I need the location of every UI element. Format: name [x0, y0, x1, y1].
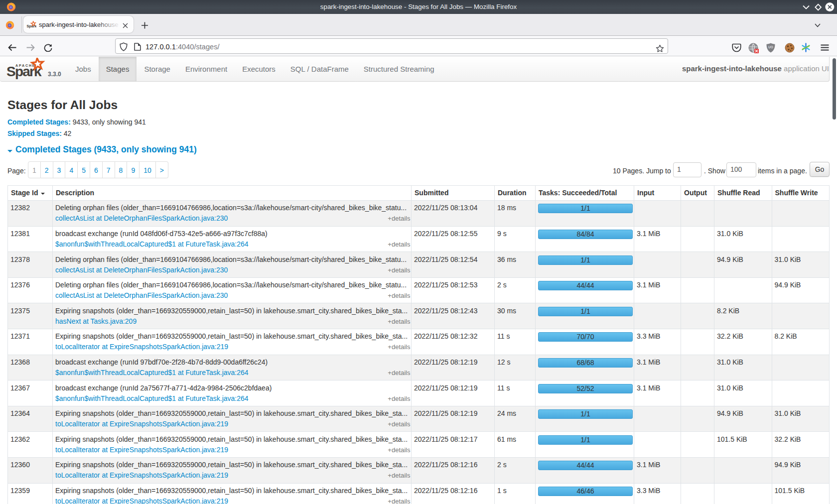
svg-text:Spark: Spark	[27, 24, 37, 28]
svg-text:UO: UO	[768, 45, 773, 49]
